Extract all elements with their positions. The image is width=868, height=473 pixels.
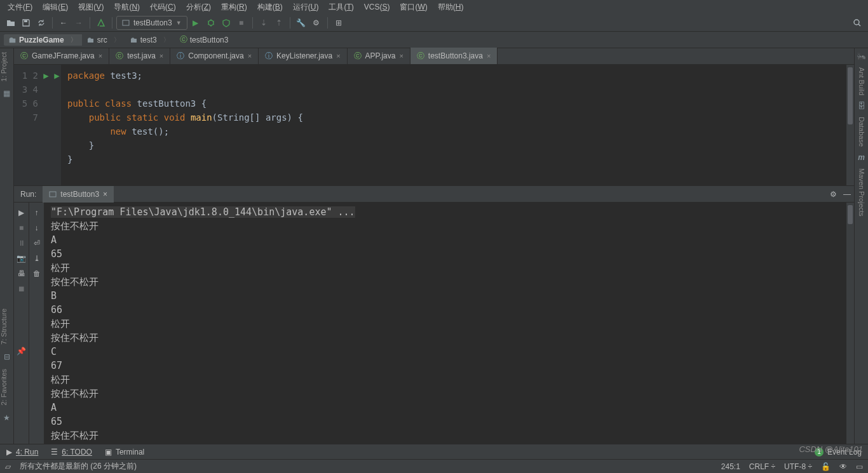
left-tool-strip: 1: Project ▦ 7: Structure ⊟ 2: Favorites…: [0, 48, 14, 444]
event-log[interactable]: 1Event Log: [808, 448, 868, 456]
inspector-icon[interactable]: 👁: [839, 462, 847, 471]
main-toolbar: ← → testButton3 ▼ ▶ ■ ⇣ ⇡ 🔧 ⚙ ⊞: [0, 14, 868, 32]
project-icon[interactable]: ▦: [0, 85, 13, 102]
editor-tab[interactable]: ⓘKeyListener.java×: [259, 48, 348, 64]
search-everywhere-icon[interactable]: [850, 16, 864, 30]
bottom-tool-bar: ▶4: Run ☰6: TODO ▣Terminal 1Event Log: [0, 444, 868, 459]
menu-item[interactable]: 运行(U): [289, 1, 323, 14]
run-config-selector[interactable]: testButton3 ▼: [116, 16, 187, 30]
run-actions-1: ▶ ■ ⏸ 📷 🖶 ⏹ 📌: [14, 203, 29, 444]
editor-tab[interactable]: ⓒGameJFrame.java×: [14, 48, 109, 64]
close-icon[interactable]: ×: [399, 52, 403, 60]
rerun-icon[interactable]: ▶: [15, 206, 28, 219]
encoding[interactable]: UTF-8 ÷: [784, 462, 812, 471]
bottom-run[interactable]: ▶4: Run: [0, 448, 44, 456]
close-icon[interactable]: ×: [487, 52, 491, 60]
menu-item[interactable]: 视图(V): [74, 1, 107, 14]
pause-icon[interactable]: ⏸: [15, 237, 28, 250]
build-icon[interactable]: [94, 16, 108, 30]
minimize-icon[interactable]: —: [840, 187, 854, 201]
run-tool-window: Run: testButton3 × ⚙ — ▶ ■ ⏸ 📷 🖶 ⏹: [14, 185, 854, 444]
close-icon[interactable]: ×: [98, 52, 102, 60]
pin-icon[interactable]: 📌: [15, 345, 28, 357]
status-message: 所有文件都是最新的 (26 分钟之前): [20, 461, 137, 472]
console-scrollbar[interactable]: [846, 203, 854, 444]
structure-tool[interactable]: 7: Structure: [0, 305, 8, 349]
open-icon[interactable]: [4, 16, 18, 30]
forward-icon[interactable]: →: [72, 16, 86, 30]
close-icon[interactable]: ×: [103, 190, 107, 199]
project-tool[interactable]: 1: Project: [0, 48, 8, 85]
code-editor[interactable]: 1 2 3 4 5 6 7 ▶ ▶ package test3; public …: [14, 65, 854, 185]
menu-item[interactable]: 构建(B): [254, 1, 287, 14]
editor-tab[interactable]: ⓒAPP.java×: [348, 48, 410, 64]
menu-item[interactable]: 工具(T): [325, 1, 357, 14]
close-icon[interactable]: ×: [336, 52, 340, 60]
bottom-todo[interactable]: ☰6: TODO: [44, 448, 98, 456]
exit-icon[interactable]: ⏹: [15, 283, 28, 295]
editor-tab[interactable]: ⓘComponent.java×: [170, 48, 259, 64]
stop-icon[interactable]: ■: [234, 16, 248, 30]
camera-icon[interactable]: 📷: [15, 252, 28, 265]
gutter-icons: ▶ ▶: [42, 65, 61, 185]
find-icon[interactable]: 🔧: [294, 16, 308, 30]
breadcrumb-item[interactable]: 🖿test3: [125, 34, 175, 46]
breadcrumb-item[interactable]: 🖿PuzzleGame: [4, 34, 82, 46]
editor-scrollbar[interactable]: [846, 65, 854, 185]
menu-item[interactable]: 文件(F): [4, 1, 36, 14]
clear-icon[interactable]: 🗑: [31, 267, 43, 280]
console-output[interactable]: "F:\Program Files\Java\jdk1.8.0_144\bin\…: [44, 203, 846, 444]
code-area[interactable]: package test3; public class testButton3 …: [61, 65, 846, 185]
svg-rect-1: [123, 20, 129, 25]
vcs-commit-icon[interactable]: ⇡: [272, 16, 286, 30]
menu-item[interactable]: 代码(C): [146, 1, 180, 14]
vcs-update-icon[interactable]: ⇣: [257, 16, 271, 30]
close-icon[interactable]: ×: [159, 52, 163, 60]
menu-item[interactable]: 分析(Z): [182, 1, 215, 14]
menu-item[interactable]: VCS(S): [360, 1, 394, 13]
run-tab-label: testButton3: [60, 190, 99, 199]
debug-icon[interactable]: [204, 16, 218, 30]
line-sep[interactable]: CRLF ÷: [749, 462, 775, 471]
breadcrumb-item[interactable]: ⓒtestButton3: [175, 33, 240, 46]
run-actions-2: ↑ ↓ ⏎ ⤓ 🗑: [29, 203, 44, 444]
bottom-terminal[interactable]: ▣Terminal: [98, 448, 151, 456]
menu-item[interactable]: 帮助(H): [434, 1, 468, 14]
menu-item[interactable]: 导航(N): [110, 1, 144, 14]
menu-bar: 文件(F)编辑(E)视图(V)导航(N)代码(C)分析(Z)重构(R)构建(B)…: [0, 0, 868, 14]
down-icon[interactable]: ↓: [31, 222, 43, 234]
scroll-end-icon[interactable]: ⤓: [31, 252, 43, 265]
structure-icon[interactable]: ⊞: [332, 16, 346, 30]
coverage-icon[interactable]: [219, 16, 233, 30]
menu-item[interactable]: 重构(R): [217, 1, 251, 14]
editor-tab[interactable]: ⓒtest.java×: [109, 48, 170, 64]
ant-build-tool[interactable]: Ant Build: [858, 65, 865, 98]
menu-item[interactable]: 窗口(W): [396, 1, 431, 14]
readonly-icon[interactable]: 🔓: [821, 462, 831, 471]
structure-tool-icon[interactable]: ⊟: [0, 349, 13, 365]
run-settings-icon[interactable]: ⚙: [826, 187, 840, 201]
caret-position[interactable]: 245:1: [721, 462, 740, 471]
menu-item[interactable]: 编辑(E): [39, 1, 72, 14]
close-icon[interactable]: ×: [248, 52, 252, 60]
favorites-icon[interactable]: ★: [0, 410, 13, 426]
editor-tab[interactable]: ⓒtestButton3.java×: [410, 48, 498, 64]
breadcrumb-item[interactable]: 🖿src: [82, 34, 125, 46]
print-icon[interactable]: 🖶: [15, 267, 28, 280]
save-icon[interactable]: [19, 16, 33, 30]
maven-tool[interactable]: Maven Projects: [858, 166, 865, 219]
favorites-tool[interactable]: 2: Favorites: [0, 365, 8, 409]
breadcrumb: 🖿PuzzleGame🖿src🖿test3ⓒtestButton3: [0, 32, 868, 48]
run-tab[interactable]: testButton3 ×: [43, 186, 114, 203]
database-tool[interactable]: Database: [858, 114, 865, 149]
soft-wrap-icon[interactable]: ⏎: [31, 237, 43, 250]
stop-run-icon[interactable]: ■: [15, 222, 28, 234]
status-bar: ▱ 所有文件都是最新的 (26 分钟之前) 245:1 CRLF ÷ UTF-8…: [0, 459, 868, 473]
up-icon[interactable]: ↑: [31, 206, 43, 219]
run-icon[interactable]: ▶: [189, 16, 203, 30]
sync-icon[interactable]: [34, 16, 48, 30]
settings-icon[interactable]: ⚙: [309, 16, 323, 30]
memory-icon[interactable]: ▭: [856, 462, 863, 471]
run-label: Run:: [14, 190, 43, 199]
back-icon[interactable]: ←: [57, 16, 71, 30]
